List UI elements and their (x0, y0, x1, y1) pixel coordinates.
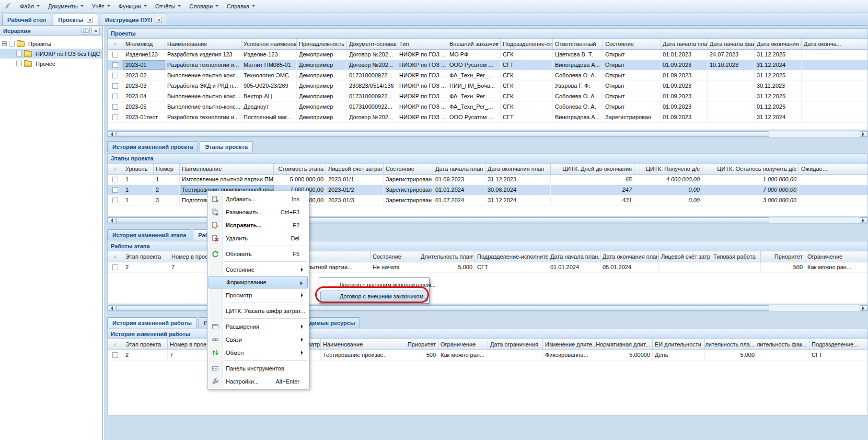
select-all-header[interactable] (108, 39, 123, 49)
menu-item-contract-external-executor[interactable]: Договор с внешним исполнителем... (320, 279, 428, 291)
column-header[interactable]: Приоритет (761, 251, 805, 262)
tree-checkbox[interactable] (9, 41, 15, 47)
main-tab-projects[interactable]: Проекты (53, 14, 98, 25)
close-tab-icon[interactable] (156, 17, 162, 23)
table-row[interactable]: 2023-01тестРазработка технологии и...Пос… (108, 112, 867, 123)
hierarchy-book-icon[interactable] (82, 27, 90, 34)
scroll-left-icon[interactable] (108, 131, 115, 137)
column-header[interactable]: Нормативная длит... (595, 339, 653, 350)
menubar-item-functions[interactable]: Функции (114, 1, 151, 11)
menu-item-contract-external-customer[interactable]: Договор с внешним заказчиком... (320, 291, 428, 302)
column-header[interactable]: Подразделение... (809, 339, 868, 350)
column-header[interactable]: Состояние (371, 251, 420, 262)
tree-item[interactable]: Проекты (0, 39, 102, 49)
column-header[interactable]: Наименование (180, 164, 274, 174)
table-row[interactable]: 2023-03Разработка ЭКД и РКД н...905-U020… (108, 81, 867, 91)
scroll-right-icon[interactable] (860, 305, 867, 311)
menu-item-refresh[interactable]: ОбновитьF5 (209, 247, 308, 260)
column-header[interactable]: Состояние (603, 39, 661, 49)
row-checkbox[interactable] (112, 264, 118, 270)
column-header[interactable]: Этап проекта (123, 251, 169, 262)
row-checkbox[interactable] (112, 94, 118, 99)
menu-item-exchange[interactable]: Обмен (209, 346, 308, 359)
column-header[interactable]: ЦИТК. Получено д/с (634, 164, 702, 174)
column-header[interactable]: Типовая работа (711, 251, 761, 262)
column-header[interactable]: Дата ограничения (488, 339, 543, 350)
table-row[interactable]: 11Изготовление опытной партии ПМ0...5 00… (108, 175, 867, 185)
column-header[interactable]: Дата начала план. (548, 251, 600, 262)
menu-item-links[interactable]: Связи (209, 333, 308, 346)
table-row[interactable]: 2023-01Разработка технологии и...Магнит … (108, 60, 867, 71)
tree-item[interactable]: НИОКР по ГОЗ без НДС (0, 49, 102, 59)
tab-stage-history[interactable]: История изменений этапа (107, 229, 191, 240)
scroll-left-icon[interactable] (108, 305, 115, 311)
column-header[interactable]: Уровень (123, 164, 154, 174)
column-header[interactable]: Дата окончания план (600, 251, 659, 262)
column-header[interactable]: Этап проекта (123, 339, 168, 350)
column-header[interactable]: Мнемокод (123, 39, 165, 49)
column-header[interactable]: Наименование (321, 339, 386, 350)
table-row[interactable]: 2023-02Выполнение опытно-конс...Технолог… (108, 71, 867, 81)
tab-project-stages[interactable]: Этапы проекта (200, 141, 253, 152)
select-all-header[interactable] (108, 339, 123, 350)
row-checkbox[interactable] (112, 198, 118, 203)
column-header[interactable]: Дата окончания п... (755, 39, 802, 49)
menu-item-edit[interactable]: Исправить...F2 (209, 218, 308, 231)
tree-item[interactable]: Прочее (0, 59, 102, 68)
column-header[interactable]: Ограничение (805, 251, 868, 262)
column-header[interactable]: Дата начала план. (661, 39, 708, 49)
column-header[interactable]: Условное наименова... (241, 39, 297, 49)
filter-arrow-icon[interactable] (496, 43, 499, 46)
row-checkbox[interactable] (112, 352, 118, 358)
close-tab-icon[interactable] (87, 17, 93, 23)
column-header[interactable]: Длительность пла... (705, 339, 757, 350)
column-header[interactable]: Наименование (165, 39, 241, 49)
column-header[interactable]: Изменение длите... (543, 339, 595, 350)
menu-item-delete[interactable]: УдалитьDel (209, 231, 308, 245)
menu-item-citk-cost-code[interactable]: ЦИТК. Указать шифр затрат... (209, 304, 308, 317)
main-tab-desktop[interactable]: Рабочий стол (2, 14, 51, 25)
column-header[interactable]: Дата оконча... (802, 39, 868, 49)
menubar-item-documents[interactable]: Документы (44, 1, 88, 11)
column-header[interactable]: Ограничение (438, 339, 488, 350)
scroll-right-icon[interactable] (860, 131, 867, 137)
column-header[interactable]: Подразделение-от... (501, 39, 553, 49)
menubar-item-reports[interactable]: Отчёты (151, 1, 185, 11)
row-checkbox[interactable] (112, 177, 118, 182)
tree-checkbox[interactable] (16, 51, 22, 56)
column-header[interactable]: Внешний заказчик (447, 39, 501, 49)
column-header[interactable]: Ответственный (553, 39, 603, 49)
tab-project-history[interactable]: История изменений проекта (107, 141, 198, 152)
row-checkbox[interactable] (112, 83, 118, 89)
filter-arrow-icon[interactable] (470, 256, 473, 259)
menu-item-duplicate[interactable]: Размножить...Ctrl+F3 (209, 205, 308, 218)
main-tab-pup-instructions[interactable]: Инструкции ПУП (100, 14, 167, 25)
row-checkbox[interactable] (112, 52, 118, 57)
menu-item-formation[interactable]: Формирование (209, 276, 308, 288)
column-header[interactable]: Лицевой счёт затр... (659, 251, 711, 262)
menu-item-view[interactable]: Просмотр (209, 288, 308, 302)
column-header[interactable]: Дата начала факт. (708, 39, 755, 49)
row-checkbox[interactable] (112, 187, 118, 193)
column-header[interactable]: Приоритет (386, 339, 438, 350)
column-header[interactable]: Стоимость этапа (274, 164, 326, 174)
row-checkbox[interactable] (112, 104, 118, 110)
column-header[interactable]: ЦИТК. Осталось получить д/с (702, 164, 799, 174)
column-header[interactable]: Длительность фак... (757, 339, 809, 350)
menubar-item-file[interactable]: Файл (16, 1, 44, 11)
menubar-item-help[interactable]: Справка (223, 1, 259, 11)
column-header[interactable]: Состояние (384, 164, 433, 174)
column-header[interactable]: Тип (397, 39, 447, 49)
column-header[interactable]: Длительность план (420, 251, 475, 262)
menu-item-add[interactable]: Добавить...Ins (209, 192, 308, 205)
scroll-left-icon[interactable] (108, 217, 115, 223)
tab-work-history[interactable]: История изменений работы (107, 317, 197, 328)
column-header[interactable]: Ожидае... (799, 164, 868, 174)
tree-checkbox[interactable] (16, 61, 22, 66)
menu-item-extensions[interactable]: Расширения (209, 320, 308, 333)
row-checkbox[interactable] (112, 62, 118, 68)
column-header[interactable]: ЕИ длительности (653, 339, 705, 350)
column-header[interactable]: Дата окончания план (485, 164, 551, 174)
column-header[interactable]: Принадлежность (297, 39, 347, 49)
menubar-item-accounting[interactable]: Учёт (88, 1, 114, 11)
